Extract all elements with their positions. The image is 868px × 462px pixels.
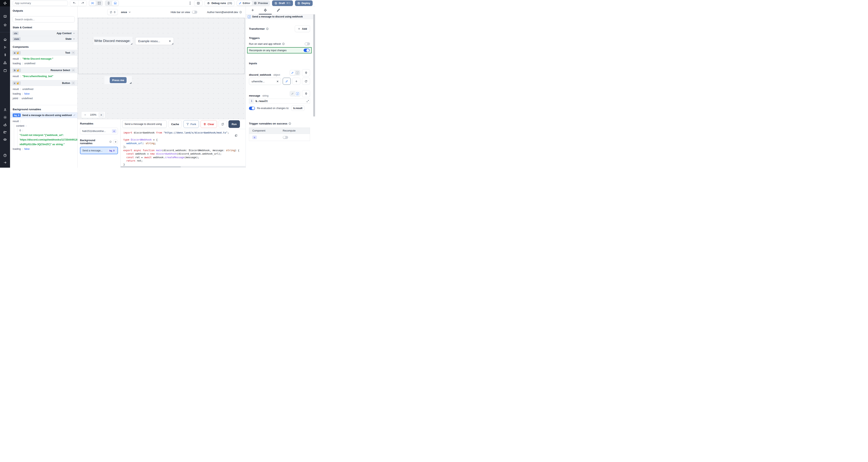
text-component[interactable]: Write Discord message: — [94, 37, 133, 45]
sidebar-divider — [0, 32, 10, 32]
bg0-row[interactable]: bg_0 Send a message to discord using web… — [10, 112, 78, 118]
users-icon[interactable] — [0, 108, 10, 111]
add-background-runnable-button[interactable] — [113, 139, 118, 144]
press-me-button[interactable]: Press me — [110, 77, 127, 83]
recompute-row-toggle[interactable] — [283, 136, 288, 139]
bg0-runnable-item-selected[interactable]: Send a message... bg_0 — [80, 147, 118, 154]
hub-runnable-item[interactable]: hub/1511/discord/se... c — [80, 128, 118, 134]
chevron-down-icon[interactable] — [73, 38, 75, 40]
schedules-calendar-icon[interactable] — [0, 69, 10, 72]
state-row[interactable]: state State — [10, 36, 78, 42]
collapse-chevron-up-icon[interactable] — [71, 81, 75, 85]
info-icon[interactable] — [282, 42, 285, 45]
resource-picker[interactable]: u/henri/te... — [249, 78, 281, 85]
component-a-row[interactable]: a☝ Text — [10, 50, 78, 56]
copy-code-icon[interactable] — [235, 134, 238, 137]
run-button[interactable]: Run — [228, 120, 240, 128]
app-summary-input[interactable] — [13, 1, 68, 6]
connect-plug-icon[interactable] — [302, 69, 310, 76]
refresh-resource-button[interactable] — [302, 78, 310, 85]
code-editor[interactable]: import discordwebhook from "https://deno… — [121, 129, 246, 168]
chevron-down-icon[interactable] — [73, 32, 75, 35]
fork-button[interactable]: Fork — [183, 120, 199, 128]
audit-eye-icon[interactable] — [0, 138, 10, 141]
tab-editor[interactable]: Editor — [237, 1, 252, 6]
variables-dollar-icon[interactable] — [0, 53, 10, 57]
search-outputs-input[interactable] — [15, 18, 72, 21]
app-canvas[interactable]: Write Discord message: Example resou... … — [78, 18, 246, 119]
edit-pencil-icon[interactable] — [73, 114, 75, 116]
text-component-value: Write Discord message: — [94, 39, 130, 43]
reevaluate-toggle[interactable] — [249, 107, 255, 110]
eval-function-icon[interactable]: f — [295, 70, 300, 75]
deploy-button[interactable]: Deploy — [295, 0, 313, 6]
workspace-icon[interactable] — [0, 15, 10, 18]
debug-runs-button[interactable]: Debug runs (23) — [205, 0, 234, 6]
styling-tab-paintbrush-icon[interactable] — [277, 8, 280, 12]
code-horizontal-scrollbar[interactable] — [121, 166, 246, 168]
script-title-input[interactable]: Send a message to discord using — [122, 120, 167, 128]
home-icon[interactable] — [0, 38, 10, 41]
mobile-view-button[interactable] — [105, 1, 112, 6]
cache-button[interactable]: Cache — [168, 120, 182, 128]
collapse-chevron-up-icon[interactable] — [71, 51, 75, 55]
eval-function-icon[interactable]: f — [295, 91, 300, 96]
workers-robot-icon[interactable] — [0, 123, 10, 127]
undo-button[interactable] — [70, 1, 79, 6]
info-icon[interactable] — [288, 122, 291, 125]
interval-select[interactable]: once — [121, 9, 131, 15]
zoom-in-button[interactable]: + — [98, 112, 104, 118]
fullwidth-layout-button[interactable] — [96, 1, 102, 6]
ctx-row[interactable]: ctx App Context — [10, 30, 78, 36]
reevaluate-target-chip[interactable]: b.result — [291, 106, 305, 111]
resize-handle-icon[interactable] — [130, 82, 131, 84]
resize-handle-icon[interactable] — [172, 43, 173, 44]
expand-editor-icon[interactable] — [306, 100, 309, 102]
desktop-view-button[interactable] — [112, 1, 119, 6]
runs-play-icon[interactable] — [0, 45, 10, 49]
resources-cubes-icon[interactable] — [0, 61, 10, 65]
collapse-sidebar-arrow-icon[interactable] — [0, 161, 10, 164]
info-icon[interactable] — [109, 140, 112, 143]
static-pencil-icon[interactable] — [290, 70, 295, 75]
add-transformer-button[interactable]: Add — [295, 25, 310, 32]
create-resource-plus-button[interactable] — [292, 78, 300, 85]
component-b-row[interactable]: b☝ Resource Select — [10, 67, 78, 73]
collapse-chevron-up-icon[interactable] — [71, 68, 75, 72]
static-pencil-icon[interactable] — [290, 91, 295, 96]
docs-button[interactable] — [194, 0, 203, 6]
message-expression-editor[interactable]: 1 b.result — [249, 99, 310, 104]
insert-component-tab-plus-icon[interactable] — [251, 8, 254, 12]
zoom-out-button[interactable]: − — [82, 112, 88, 118]
button-component[interactable]: Press me — [104, 76, 132, 84]
settings-gear-icon[interactable] — [0, 116, 10, 119]
favorites-star-icon[interactable] — [0, 23, 10, 27]
recompute-toggle[interactable] — [304, 48, 310, 52]
help-icon[interactable] — [0, 154, 10, 157]
more-options-kebab-icon[interactable] — [188, 2, 192, 5]
connect-plug-icon[interactable] — [302, 90, 310, 97]
refresh-script-button[interactable] — [219, 120, 227, 128]
component-c-row[interactable]: c☝ Button — [10, 80, 78, 86]
tab-preview[interactable]: Preview — [252, 1, 270, 6]
resource-select-input[interactable]: Example resou... — [135, 37, 174, 45]
resource-select-component[interactable]: Example resou... — [135, 37, 174, 45]
edit-resource-pencil-button[interactable] — [283, 78, 291, 85]
resize-handle-icon[interactable] — [131, 43, 132, 44]
clear-x-icon[interactable] — [168, 40, 171, 42]
info-icon[interactable] — [239, 11, 242, 13]
center-layout-button[interactable] — [89, 1, 96, 6]
clear-x-icon[interactable] — [276, 80, 279, 83]
redo-button[interactable] — [79, 1, 87, 6]
draft-button[interactable]: Draft ⌘S — [272, 0, 293, 6]
inspector-scrollbar[interactable] — [313, 14, 315, 117]
info-icon[interactable] — [266, 28, 269, 30]
component-settings-tab-diamonds-icon[interactable] — [264, 8, 267, 12]
folders-icon[interactable] — [0, 131, 10, 134]
clear-button[interactable]: Clear — [200, 120, 217, 128]
refresh-count-button[interactable]: 0 — [107, 9, 118, 15]
hide-bar-toggle[interactable] — [192, 11, 197, 14]
windmill-logo[interactable] — [0, 0, 10, 6]
code-line: } — [123, 163, 246, 166]
run-on-start-toggle[interactable] — [305, 42, 310, 45]
